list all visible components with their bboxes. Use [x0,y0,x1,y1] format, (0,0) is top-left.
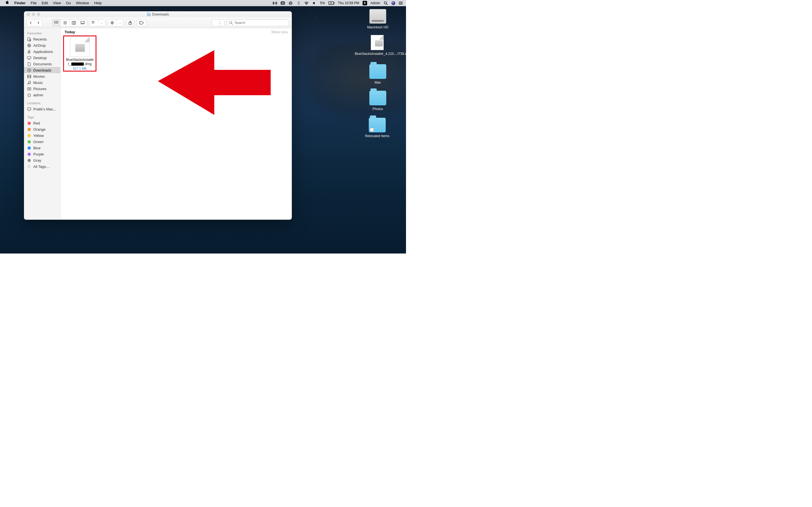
sidebar-item-airdrop[interactable]: AirDrop [24,42,60,48]
dmg-icon [371,35,384,50]
hotspot-icon[interactable] [273,1,277,5]
view-column-button[interactable] [69,19,78,26]
sidebar-tag-orange[interactable]: Orange [24,126,60,132]
sidebar-item-desktop[interactable]: Desktop [24,55,60,61]
desktop-icon-label: Photos [358,107,398,111]
menu-file[interactable]: File [28,0,39,6]
sidebar-item-label: Pratik's Mac... [33,107,56,111]
sidebar-item-label: Movies [33,74,45,78]
sidebar-all-tags[interactable]: All Tags… [24,163,60,170]
sidebar-tag-green[interactable]: Green [24,138,60,145]
tag-dot-icon [28,134,31,137]
sidebar-item-label: admin [33,93,43,97]
svg-point-6 [399,2,400,2]
sidebar-item-applications[interactable]: Applications [24,48,60,55]
sidebar-item-remote-mac[interactable]: Pratik's Mac... [24,106,60,112]
desktop-icon-dmg[interactable]: BlueStacksInstaller_4.210....f735.dmg [355,35,400,56]
sidebar-item-music[interactable]: Music [24,79,60,86]
menubar-user[interactable]: Admin [370,0,380,6]
view-gallery-button[interactable] [78,19,87,26]
creative-cloud-icon[interactable] [281,1,285,5]
volume-icon[interactable] [312,1,317,5]
menubar: Finder File Edit View Go Window Help 5% … [0,0,406,6]
spotlight-icon[interactable] [384,1,388,5]
sidebar-tag-red[interactable]: Red [24,120,60,126]
zoom-button[interactable] [37,13,40,16]
svg-rect-38 [28,88,31,90]
sidebar-tag-blue[interactable]: Blue [24,145,60,151]
sidebar-item-label: Desktop [33,56,47,60]
battery-icon[interactable] [328,1,335,5]
sidebar-tag-yellow[interactable]: Yellow [24,132,60,138]
bluetooth-icon[interactable] [296,1,301,5]
desktop-icon-folder-photos[interactable]: Photos [358,91,398,111]
siri-icon[interactable] [391,1,395,5]
finder-content[interactable]: Today Show Less BlueStacksInstalle r_.dm… [61,28,292,220]
back-button[interactable] [27,19,35,26]
path-dropdown[interactable]: ⌄ [212,19,225,26]
clock-doc-icon [27,37,31,41]
show-less-button[interactable]: Show Less [271,30,288,34]
sidebar-tag-purple[interactable]: Purple [24,151,60,157]
group-icon [90,19,98,26]
menubar-clock[interactable]: Thu 10:59 PM [338,0,359,6]
sidebar-tag-gray[interactable]: Gray [24,157,60,163]
sidebar-item-movies[interactable]: Movies [24,73,60,79]
sidebar-item-label: AirDrop [33,43,46,48]
svg-point-26 [140,22,141,23]
menu-go[interactable]: Go [63,0,73,6]
sidebar-item-documents[interactable]: Documents [24,61,60,67]
sidebar-item-label: Recents [33,37,47,41]
group-header: Today Show Less [61,28,292,35]
keyboard-indicator[interactable]: A [363,1,367,5]
svg-point-32 [29,45,29,46]
finder-titlebar[interactable]: Downloads [24,11,292,17]
sidebar-item-label: Red [33,121,40,125]
sidebar-item-home[interactable]: admin [24,92,60,98]
search-field[interactable] [227,19,289,26]
close-button[interactable] [27,13,30,16]
path-current [212,19,219,26]
documents-icon [27,62,31,66]
group-by-button[interactable]: ⌄ [89,19,105,26]
svg-rect-33 [28,56,31,59]
window-traffic-lights [27,13,40,16]
view-list-button[interactable] [61,19,69,26]
sidebar-head-tags: Tags [24,115,60,120]
menu-view[interactable]: View [50,0,63,6]
desktop-icon-folder-relocated[interactable]: ↗ Relocated Items [355,118,400,138]
sidebar-item-pictures[interactable]: Pictures [24,86,60,92]
view-icon-button[interactable] [52,19,61,26]
search-input[interactable] [227,19,289,26]
file-item-bluestacks-dmg[interactable]: BlueStacksInstalle r_.dmg 617.1 MB [64,37,95,70]
share-button[interactable] [126,19,135,26]
action-menu[interactable]: ⌄ [108,19,124,26]
folder-icon [369,64,386,79]
desktop-icon-folder-mac[interactable]: Mac [358,64,398,85]
apple-menu[interactable] [3,0,12,6]
menu-edit[interactable]: Edit [39,0,50,6]
alias-arrow-icon: ↗ [370,128,374,132]
sidebar-item-label: Orange [33,127,45,131]
app-name-menu[interactable]: Finder [12,0,28,6]
forward-button[interactable] [35,19,42,26]
sidebar-item-label: Applications [33,50,53,54]
notification-center-icon[interactable] [399,1,403,5]
svg-point-39 [29,88,30,89]
search-icon [229,21,233,26]
menu-window[interactable]: Window [73,0,91,6]
menu-help[interactable]: Help [92,0,104,6]
sidebar-item-recents[interactable]: Recents [24,36,60,42]
time-machine-icon[interactable] [289,1,293,5]
folder-icon: ↗ [369,118,386,132]
sidebar-item-downloads[interactable]: Downloads [24,67,60,73]
svg-rect-11 [57,21,58,22]
desktop-icon-hd[interactable]: Macintosh HD [358,9,398,30]
folder-icon [147,13,151,16]
wifi-icon[interactable] [304,1,309,5]
sidebar-item-label: Blue [33,146,41,150]
redacted-text [71,62,84,66]
group-title: Today [64,30,75,34]
minimize-button[interactable] [32,13,35,16]
tags-button[interactable] [137,19,146,26]
